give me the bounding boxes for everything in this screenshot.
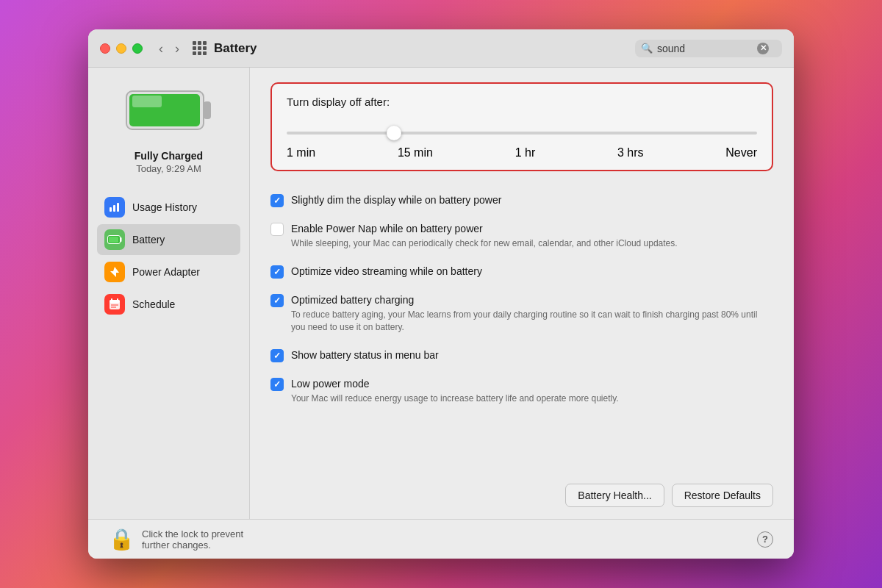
tick-never: Never (725, 146, 757, 159)
sidebar: Fully Charged Today, 9:29 AM Usage Histo… (88, 68, 250, 519)
search-icon: 🔍 (641, 43, 653, 54)
close-button[interactable] (100, 43, 110, 54)
tick-15min: 15 min (398, 146, 433, 159)
option-text-low-power: Low power mode Your Mac will reduce ener… (291, 377, 773, 405)
nav-buttons: ‹ › (154, 40, 184, 57)
option-label-power-nap: Enable Power Nap while on battery power (291, 222, 773, 235)
option-sub-optimized-charging: To reduce battery aging, your Mac learns… (291, 309, 773, 334)
option-text-power-nap: Enable Power Nap while on battery power … (291, 222, 773, 250)
option-text-dim-display: Slightly dim the display while on batter… (291, 193, 773, 207)
back-button[interactable]: ‹ (154, 40, 168, 57)
option-sub-power-nap: While sleeping, your Mac can periodicall… (291, 237, 773, 250)
help-button[interactable]: ? (757, 531, 773, 548)
sidebar-item-usage-history[interactable]: Usage History (97, 192, 240, 223)
battery-status-label: Fully Charged (135, 150, 203, 162)
maximize-button[interactable] (132, 43, 143, 54)
battery-icon (125, 85, 213, 138)
main-panel: Turn display off after: 1 min 15 min 1 h… (250, 68, 794, 519)
svg-rect-4 (110, 207, 112, 212)
slider-section-label: Turn display off after: (287, 96, 757, 108)
svg-rect-14 (117, 298, 118, 301)
traffic-lights (100, 43, 143, 54)
tick-1hr: 1 hr (515, 146, 536, 159)
power-adapter-icon (104, 262, 125, 282)
svg-rect-3 (132, 96, 162, 107)
app-grid-icon[interactable] (193, 41, 207, 55)
option-low-power: Low power mode Your Mac will reduce ener… (270, 370, 773, 412)
option-label-dim-display: Slightly dim the display while on batter… (291, 193, 773, 207)
tick-3hrs: 3 hrs (617, 146, 644, 159)
schedule-label: Schedule (132, 298, 175, 310)
svg-rect-1 (204, 101, 211, 119)
search-input[interactable] (657, 43, 753, 54)
svg-marker-10 (110, 267, 119, 277)
preferences-window: ‹ › Battery 🔍 ✕ (88, 29, 794, 559)
slider-ticks: 1 min 15 min 1 hr 3 hrs Never (287, 146, 757, 159)
lock-area[interactable]: 🔒 Click the lock to prevent further chan… (109, 527, 243, 551)
bottom-actions: Battery Health... Restore Defaults (270, 472, 773, 507)
svg-rect-9 (109, 237, 118, 243)
window-title: Battery (214, 41, 635, 56)
power-adapter-label: Power Adapter (132, 266, 200, 278)
battery-status-info: Fully Charged Today, 9:29 AM (135, 150, 203, 174)
options-list: Slightly dim the display while on batter… (270, 186, 773, 412)
option-text-battery-status: Show battery status in menu bar (291, 348, 773, 362)
option-sub-low-power: Your Mac will reduce energy usage to inc… (291, 392, 773, 405)
battery-time-label: Today, 9:29 AM (135, 163, 203, 174)
lock-text-line2: further changes. (142, 539, 243, 551)
battery-nav-icon (104, 229, 125, 250)
svg-rect-13 (111, 298, 112, 301)
display-off-section: Turn display off after: 1 min 15 min 1 h… (270, 82, 773, 171)
usage-history-icon (104, 197, 125, 218)
sidebar-item-battery[interactable]: Battery (97, 224, 240, 255)
option-text-video-streaming: Optimize video streaming while on batter… (291, 265, 773, 278)
option-label-video-streaming: Optimize video streaming while on batter… (291, 265, 773, 278)
option-text-optimized-charging: Optimized battery charging To reduce bat… (291, 293, 773, 334)
svg-rect-5 (113, 205, 115, 212)
search-clear-button[interactable]: ✕ (757, 43, 769, 54)
svg-rect-8 (121, 237, 122, 242)
titlebar: ‹ › Battery 🔍 ✕ (88, 29, 794, 68)
content-area: Fully Charged Today, 9:29 AM Usage Histo… (88, 68, 794, 519)
forward-button[interactable]: › (171, 40, 184, 57)
option-dim-display: Slightly dim the display while on batter… (270, 186, 773, 215)
display-off-slider[interactable] (287, 132, 757, 135)
option-power-nap: Enable Power Nap while on battery power … (270, 215, 773, 257)
schedule-icon (104, 294, 125, 315)
sidebar-item-power-adapter[interactable]: Power Adapter (97, 257, 240, 287)
checkbox-power-nap[interactable] (270, 223, 284, 236)
option-optimized-charging: Optimized battery charging To reduce bat… (270, 286, 773, 341)
sidebar-navigation: Usage History Battery (97, 192, 240, 320)
battery-health-button[interactable]: Battery Health... (565, 484, 664, 507)
battery-graphic (125, 85, 213, 135)
checkbox-low-power[interactable] (270, 378, 284, 391)
checkbox-video-streaming[interactable] (270, 265, 284, 279)
option-video-streaming: Optimize video streaming while on batter… (270, 257, 773, 286)
minimize-button[interactable] (116, 43, 126, 54)
option-label-battery-status: Show battery status in menu bar (291, 348, 773, 362)
tick-1min: 1 min (287, 146, 315, 159)
search-bar: 🔍 ✕ (635, 40, 782, 57)
lock-text: Click the lock to prevent further change… (142, 528, 243, 551)
checkbox-dim-display[interactable] (270, 194, 284, 207)
lock-icon: 🔒 (109, 527, 135, 551)
option-battery-status: Show battery status in menu bar (270, 341, 773, 370)
svg-rect-6 (117, 203, 119, 212)
checkbox-optimized-charging[interactable] (270, 294, 284, 307)
lock-text-line1: Click the lock to prevent (142, 528, 243, 539)
sidebar-item-schedule[interactable]: Schedule (97, 289, 240, 320)
footer: 🔒 Click the lock to prevent further chan… (88, 519, 794, 559)
option-label-low-power: Low power mode (291, 377, 773, 390)
checkbox-battery-status[interactable] (270, 349, 284, 362)
restore-defaults-button[interactable]: Restore Defaults (672, 484, 773, 507)
option-label-optimized-charging: Optimized battery charging (291, 293, 773, 306)
battery-nav-label: Battery (132, 234, 165, 245)
usage-history-label: Usage History (132, 201, 197, 213)
